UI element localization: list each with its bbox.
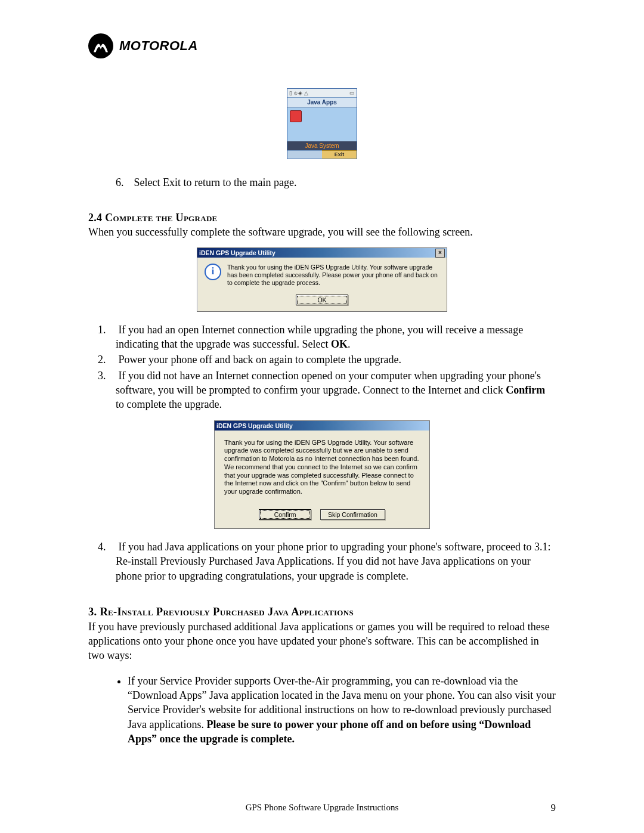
confirm-button[interactable]: Confirm [259, 509, 311, 520]
confirm-dialog-message: Thank you for using the iDEN GPS Upgrade… [224, 439, 420, 496]
success-dialog-titlebar: iDEN GPS Upgrade Utility × [197, 248, 447, 258]
brand-wordmark: MOTOROLA [119, 38, 198, 54]
success-dialog-message: Thank you for using the iDEN GPS Upgrade… [227, 264, 439, 287]
motorola-batwing-icon [88, 33, 113, 58]
section-2-4-title: Complete the Upgrade [105, 212, 217, 224]
section-3-num: 3. [88, 606, 100, 618]
phone-softkey-exit: Exit [322, 150, 357, 159]
step-number: 1. [98, 323, 116, 337]
document-page: MOTOROLA ▯ ⎋ ◈ △ ▭ Java Apps Java System… [0, 0, 644, 833]
step6-text: Select Exit to return to the main page. [134, 176, 297, 188]
info-icon: i [205, 264, 221, 280]
section-2-4-heading: 2.4 Complete the Upgrade [88, 212, 218, 224]
list-item: If your Service Provider supports Over-t… [128, 674, 556, 746]
section-3-title: Re-Install Previously Purchased Java App… [100, 606, 354, 618]
section-3-heading: 3. Re-Install Previously Purchased Java … [88, 605, 556, 620]
phone-app-icon [290, 110, 302, 122]
section-2-4-intro: When you successfully complete the softw… [88, 226, 473, 238]
step3-text-a: If you did not have an Internet connecti… [116, 370, 541, 396]
confirm-dialog: iDEN GPS Upgrade Utility Thank you for u… [214, 420, 430, 529]
phone-screen: ▯ ⎋ ◈ △ ▭ Java Apps Java System Exit [287, 88, 357, 159]
phone-status-bar: ▯ ⎋ ◈ △ ▭ [287, 89, 357, 98]
section-2-4-num: 2.4 [88, 212, 102, 224]
step2-text: Power your phone off and back on again t… [119, 354, 402, 366]
ok-button[interactable]: OK [296, 295, 348, 305]
footer-text: GPS Phone Software Upgrade Instructions [0, 803, 644, 813]
section-3-bullets: If your Service Provider supports Over-t… [88, 674, 556, 746]
section-3-intro: If you have previously purchased additio… [88, 620, 556, 663]
success-dialog-title: iDEN GPS Upgrade Utility [199, 248, 275, 258]
steps-2-4-list: 1. If you had an open Internet connectio… [88, 323, 556, 412]
phone-status-left: ▯ ⎋ ◈ △ [289, 89, 308, 97]
success-dialog: iDEN GPS Upgrade Utility × i Thank you f… [197, 247, 447, 312]
confirm-dialog-figure: iDEN GPS Upgrade Utility Thank you for u… [88, 420, 556, 529]
page-number: 9 [551, 802, 556, 814]
brand-logo: MOTOROLA [88, 33, 556, 58]
step4-text: If you had Java applications on your pho… [116, 541, 551, 582]
confirm-dialog-title: iDEN GPS Upgrade Utility [216, 421, 293, 431]
phone-selected-item: Java System [287, 141, 357, 151]
step1-text-ok: OK [331, 338, 348, 350]
step1-text-c: . [348, 338, 351, 350]
step3-text-confirm: Confirm [506, 384, 545, 396]
phone-softkey-left [287, 150, 322, 159]
skip-confirmation-button[interactable]: Skip Confirmation [320, 509, 385, 520]
list-item: 2. Power your phone off and back on agai… [116, 352, 556, 367]
list-item: 3. If you did not have an Internet conne… [116, 368, 556, 412]
step3-text-c: to complete the upgrade. [116, 398, 222, 410]
phone-body [287, 108, 357, 141]
phone-screenshot: ▯ ⎋ ◈ △ ▭ Java Apps Java System Exit [88, 88, 556, 162]
phone-status-right: ▭ [349, 89, 355, 97]
step-number: 3. [98, 368, 116, 383]
step-number: 2. [98, 352, 116, 367]
confirm-dialog-titlebar: iDEN GPS Upgrade Utility [215, 421, 429, 431]
step6: 6. Select Exit to return to the main pag… [116, 175, 556, 190]
step-4-list: 4. If you had Java applications on your … [88, 540, 556, 583]
step1-text-a: If you had an open Internet connection w… [116, 324, 523, 350]
section-3: 3. Re-Install Previously Purchased Java … [88, 605, 556, 746]
success-dialog-body: i Thank you for using the iDEN GPS Upgra… [197, 258, 447, 311]
close-icon[interactable]: × [435, 249, 445, 258]
confirm-dialog-body: Thank you for using the iDEN GPS Upgrade… [215, 431, 429, 528]
phone-softkeys: Exit [287, 150, 357, 159]
success-dialog-figure: iDEN GPS Upgrade Utility × i Thank you f… [88, 247, 556, 312]
phone-app-title: Java Apps [287, 98, 357, 108]
section-2-4: 2.4 Complete the Upgrade When you succes… [88, 210, 556, 240]
list-item: 1. If you had an open Internet connectio… [116, 323, 556, 352]
list-item: 4. If you had Java applications on your … [116, 540, 556, 583]
step-number: 6. [116, 175, 131, 190]
body-content: ▯ ⎋ ◈ △ ▭ Java Apps Java System Exit 6. … [88, 88, 556, 746]
step-number: 4. [98, 540, 116, 554]
